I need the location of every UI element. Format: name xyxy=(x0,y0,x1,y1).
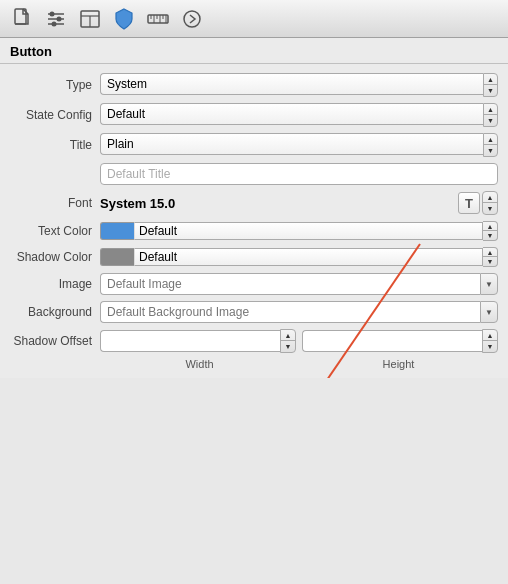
height-label: Height xyxy=(299,358,498,370)
type-step-up[interactable]: ▲ xyxy=(484,74,498,85)
background-control: ▼ xyxy=(100,301,498,323)
document-icon[interactable] xyxy=(10,7,34,31)
background-input-row: ▼ xyxy=(100,301,498,323)
image-row: Image ▼ xyxy=(0,270,508,298)
type-row: Type System ▲ ▼ xyxy=(0,70,508,100)
shadow-offset-height-down[interactable]: ▼ xyxy=(483,341,497,352)
shadow-offset-width-input[interactable]: 0.0 xyxy=(100,330,280,352)
adjust-icon[interactable] xyxy=(44,7,68,31)
background-label: Background xyxy=(10,305,100,319)
title-select[interactable]: Plain xyxy=(100,133,483,155)
title-select-wrapper: Plain ▲ ▼ xyxy=(100,133,498,157)
title-text-control xyxy=(100,163,498,185)
image-input[interactable] xyxy=(100,273,480,295)
state-config-step-down[interactable]: ▼ xyxy=(484,115,498,126)
sub-labels-row: Width Height xyxy=(0,356,508,372)
text-color-row: Text Color Default ▲ ▼ xyxy=(0,218,508,244)
shadow-color-control: Default ▲ ▼ xyxy=(100,247,498,267)
ruler-icon[interactable] xyxy=(146,7,170,31)
title-control: Plain ▲ ▼ xyxy=(100,133,498,157)
shadow-offset-height-up[interactable]: ▲ xyxy=(483,330,497,341)
image-input-row: ▼ xyxy=(100,273,498,295)
type-stepper[interactable]: ▲ ▼ xyxy=(483,73,498,97)
image-control: ▼ xyxy=(100,273,498,295)
font-control: System 15.0 T ▲ ▼ xyxy=(100,191,498,215)
state-config-select-wrapper: Default ▲ ▼ xyxy=(100,103,498,127)
font-stepper[interactable]: ▲ ▼ xyxy=(482,191,498,215)
shadow-offset-label: Shadow Offset xyxy=(10,334,100,348)
font-row-inner: System 15.0 T ▲ ▼ xyxy=(100,191,498,215)
title-step-down[interactable]: ▼ xyxy=(484,145,498,156)
font-step-down[interactable]: ▼ xyxy=(483,203,497,214)
font-row: Font System 15.0 T ▲ ▼ xyxy=(0,188,508,218)
title-text-row xyxy=(0,160,508,188)
form-body: Type System ▲ ▼ State Config xyxy=(0,64,508,378)
properties-panel: Button Type System ▲ ▼ xyxy=(0,38,508,378)
text-color-select-wrapper: Default xyxy=(134,222,483,240)
text-color-step-up[interactable]: ▲ xyxy=(483,222,497,231)
forward-icon[interactable] xyxy=(180,7,204,31)
shadow-color-select-wrapper: Default xyxy=(134,248,483,266)
svg-point-4 xyxy=(50,11,55,16)
shadow-color-swatch[interactable] xyxy=(100,248,134,266)
title-stepper[interactable]: ▲ ▼ xyxy=(483,133,498,157)
text-color-label: Text Color xyxy=(10,224,100,238)
shadow-offset-height-input[interactable]: 0.0 xyxy=(302,330,482,352)
background-input[interactable] xyxy=(100,301,480,323)
shadow-color-row: Shadow Color Default ▲ ▼ xyxy=(0,244,508,270)
shadow-offset-width-up[interactable]: ▲ xyxy=(281,330,295,341)
layout-icon[interactable] xyxy=(78,7,102,31)
shadow-offset-control: 0.0 ▲ ▼ 0.0 ▲ ▼ xyxy=(100,329,498,353)
type-select[interactable]: System xyxy=(100,73,483,95)
title-row: Title Plain ▲ ▼ xyxy=(0,130,508,160)
shadow-color-step-up[interactable]: ▲ xyxy=(483,248,497,257)
text-color-swatch-row: Default ▲ ▼ xyxy=(100,221,498,241)
state-config-label: State Config xyxy=(10,108,100,122)
width-label: Width xyxy=(100,358,299,370)
shadow-color-label: Shadow Color xyxy=(10,250,100,264)
shadow-color-stepper[interactable]: ▲ ▼ xyxy=(483,247,498,267)
shadow-offset-height-btns[interactable]: ▲ ▼ xyxy=(482,329,498,353)
state-config-stepper[interactable]: ▲ ▼ xyxy=(483,103,498,127)
text-color-control: Default ▲ ▼ xyxy=(100,221,498,241)
font-step-up[interactable]: ▲ xyxy=(483,192,497,203)
panel-title: Button xyxy=(0,38,508,64)
shadow-offset-height-stepper: 0.0 ▲ ▼ xyxy=(302,329,498,353)
title-label: Title xyxy=(10,138,100,152)
text-color-step-down[interactable]: ▼ xyxy=(483,231,497,240)
background-dropdown-button[interactable]: ▼ xyxy=(480,301,498,323)
svg-point-5 xyxy=(57,16,62,21)
sub-label-spacer xyxy=(10,358,100,370)
state-config-row: State Config Default ▲ ▼ xyxy=(0,100,508,130)
shadow-offset-width-down[interactable]: ▼ xyxy=(281,341,295,352)
type-control: System ▲ ▼ xyxy=(100,73,498,97)
title-step-up[interactable]: ▲ xyxy=(484,134,498,145)
title-text-input[interactable] xyxy=(100,163,498,185)
shadow-color-select[interactable]: Default xyxy=(134,248,483,266)
shadow-color-swatch-row: Default ▲ ▼ xyxy=(100,247,498,267)
image-label: Image xyxy=(10,277,100,291)
image-dropdown-button[interactable]: ▼ xyxy=(480,273,498,295)
font-type-button[interactable]: T xyxy=(458,192,480,214)
state-config-select[interactable]: Default xyxy=(100,103,483,125)
shadow-offset-inner: 0.0 ▲ ▼ 0.0 ▲ ▼ xyxy=(100,329,498,353)
type-step-down[interactable]: ▼ xyxy=(484,85,498,96)
shadow-color-step-down[interactable]: ▼ xyxy=(483,257,497,266)
state-config-control: Default ▲ ▼ xyxy=(100,103,498,127)
state-config-step-up[interactable]: ▲ xyxy=(484,104,498,115)
shadow-offset-row: Shadow Offset 0.0 ▲ ▼ 0.0 xyxy=(0,326,508,356)
attributes-icon[interactable] xyxy=(112,7,136,31)
toolbar xyxy=(0,0,508,38)
shadow-offset-width-btns[interactable]: ▲ ▼ xyxy=(280,329,296,353)
font-value: System 15.0 xyxy=(100,196,456,211)
type-label: Type xyxy=(10,78,100,92)
text-color-swatch[interactable] xyxy=(100,222,134,240)
svg-point-17 xyxy=(184,11,200,27)
type-select-wrapper: System ▲ ▼ xyxy=(100,73,498,97)
font-label: Font xyxy=(10,196,100,210)
shadow-offset-width-stepper: 0.0 ▲ ▼ xyxy=(100,329,296,353)
svg-point-6 xyxy=(52,21,57,26)
background-row: Background ▼ xyxy=(0,298,508,326)
text-color-select[interactable]: Default xyxy=(134,222,483,240)
text-color-stepper[interactable]: ▲ ▼ xyxy=(483,221,498,241)
